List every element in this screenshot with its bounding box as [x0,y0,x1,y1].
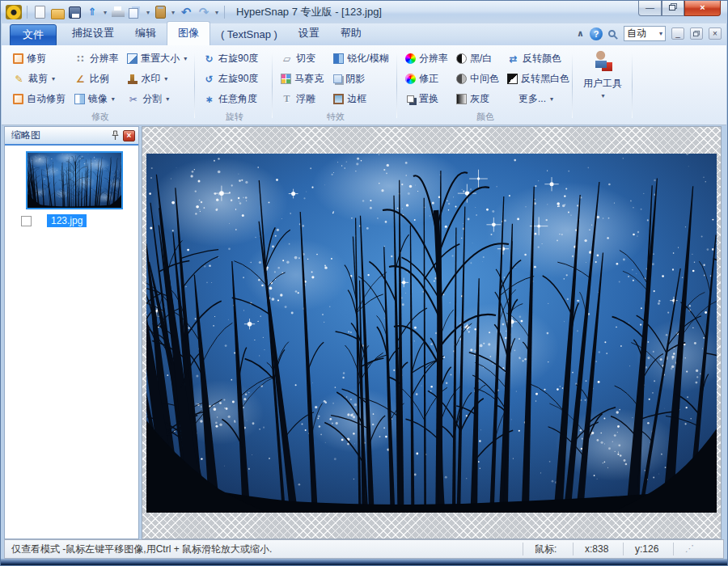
button-invert-colors[interactable]: ⇄反转颜色 [504,50,573,67]
app-camera-icon[interactable] [6,5,22,19]
document-close-button[interactable]: × [709,27,722,40]
window-title: HyperSnap 7 专业版 - [123.jpg] [236,5,382,19]
tab-capture-settings[interactable]: 捕捉设置 [61,22,125,45]
thumbnail-item[interactable] [26,151,123,209]
chevron-down-icon: ▾ [659,30,662,37]
button-emboss[interactable]: T浮雕 [277,91,328,108]
button-trim[interactable]: 修剪 [10,50,70,67]
button-frame[interactable]: 边框 [330,91,394,108]
button-midtone[interactable]: 中间色 [453,70,502,87]
open-folder-icon[interactable] [51,9,65,19]
button-scale[interactable]: ∠比例 [71,70,123,87]
close-button[interactable]: × [684,1,721,16]
button-color-correct[interactable]: 修正 [402,70,451,87]
ribbon: 修剪 ∷分辨率 重置大小▾ ✎裁剪▾ ∠比例 水印▾ 自动修剪 镜像▾ ✂分割▾… [2,45,726,125]
button-sharpen-blur[interactable]: 锐化/模糊 [330,50,394,67]
window-controls: — × [638,1,721,16]
button-split[interactable]: ✂分割▾ [124,91,191,108]
panel-close-icon[interactable]: × [123,130,135,142]
redo-icon[interactable]: ↷ [197,5,211,19]
window-bottom-border [1,559,727,565]
panel-tools: × [111,130,135,142]
copy-icon[interactable] [129,8,138,19]
new-file-icon[interactable] [35,6,45,19]
user-tools-icon [590,51,615,75]
restore-icon [693,31,700,36]
help-icon[interactable]: ? [590,27,603,40]
tab-bar-right-controls: ∧ ? 自动 ▾ _ × [577,26,722,41]
maximize-icon [669,3,677,11]
button-replace[interactable]: 置换 [402,91,451,108]
button-resolution[interactable]: ∷分辨率 [71,50,123,67]
button-resize[interactable]: 重置大小▾ [124,50,191,67]
image-123-jpg[interactable] [146,154,717,513]
button-free-angle[interactable]: ∗任意角度 [200,91,269,108]
button-more[interactable]: 更多...▾ [504,91,573,108]
copy-dropdown-arrow[interactable]: ▾ [146,9,150,16]
document-restore-button[interactable] [690,27,703,40]
thumbnail-checkbox[interactable] [21,216,32,226]
shadow-icon [333,74,342,83]
button-shadow[interactable]: 阴影 [330,70,394,87]
mosaic-icon [281,74,291,84]
capture-upload-icon[interactable]: ⇑ [85,5,99,19]
pin-icon[interactable] [111,130,120,141]
maximize-button[interactable] [662,1,684,16]
collapse-ribbon-icon[interactable]: ∧ [577,28,584,39]
paste-icon[interactable] [155,6,166,19]
button-rotate-left[interactable]: ↺左旋90度 [200,70,269,87]
button-mirror[interactable]: 镜像▾ [71,91,123,108]
print-icon[interactable] [111,6,125,20]
ribbon-group-rotate: ↻右旋90度 ↺左旋90度 ∗任意角度 旋转 [200,49,269,123]
magnifier-icon[interactable] [608,30,616,37]
tab-file[interactable]: 文件 [10,24,57,47]
button-auto-trim[interactable]: 自动修剪 [10,91,70,108]
button-rotate-right[interactable]: ↻右旋90度 [200,50,269,67]
black-white-icon [456,53,467,64]
crop-icon [13,53,23,64]
emboss-icon: T [281,93,293,105]
color-correct-icon [405,74,416,84]
button-invert-bw[interactable]: 反转黑白色 [504,70,573,87]
tab-textsnap[interactable]: ( TextSnap ) [210,24,288,45]
tab-help[interactable]: 帮助 [330,22,372,45]
status-message: 仅查看模式 -鼠标左键平移图像,用Ctrl + 鼠标滑轮放大或缩小. [5,543,278,556]
button-black-white[interactable]: 黑/白 [453,50,502,67]
thumbnail-filename[interactable]: 123.jpg [47,214,87,227]
button-user-tools[interactable]: 用户工具 ▾ [578,49,628,99]
button-watermark[interactable]: 水印▾ [124,70,191,87]
group-separator [272,53,273,118]
toolbar-separator [27,6,28,19]
tab-image[interactable]: 图像 [167,21,210,45]
tab-settings[interactable]: 设置 [288,22,330,45]
button-shear[interactable]: ▱切变 [277,50,328,67]
status-mouse-section: 鼠标: x:838 y:126 ⋰ [523,540,723,558]
document-minimize-button[interactable]: _ [671,27,684,40]
chevron-down-icon: ▾ [550,95,553,103]
invert-colors-icon: ⇄ [507,53,519,65]
tab-edit[interactable]: 编辑 [125,22,167,45]
resize-grip[interactable]: ⋰ [673,543,723,555]
save-icon[interactable] [69,6,81,19]
auto-crop-icon [13,94,23,104]
button-cut[interactable]: ✎裁剪▾ [10,70,70,87]
mouse-x-value: x:838 [573,543,623,555]
capture-dropdown-arrow[interactable]: ▾ [104,9,107,16]
button-mosaic[interactable]: 马赛克 [277,70,328,87]
frame-icon [333,94,344,104]
shear-icon: ▱ [281,53,293,65]
zoom-mode-select[interactable]: 自动 ▾ [624,26,666,41]
minimize-button[interactable]: — [638,1,662,16]
customize-toolbar-icon[interactable]: ▾ [215,9,218,16]
group-separator [194,53,195,118]
chevron-down-icon: ▾ [601,92,604,99]
button-color-resolution[interactable]: 分辨率 [402,50,451,67]
paste-dropdown-arrow[interactable]: ▾ [171,9,175,16]
resolution-dots-icon: ∷ [74,53,87,65]
split-scissors-icon: ✂ [127,94,139,105]
chevron-down-icon: ▾ [52,75,55,82]
undo-icon[interactable]: ↶ [179,5,193,19]
group-separator [396,53,397,118]
color-wheel-icon [405,53,416,64]
button-grayscale[interactable]: 灰度 [453,91,502,108]
